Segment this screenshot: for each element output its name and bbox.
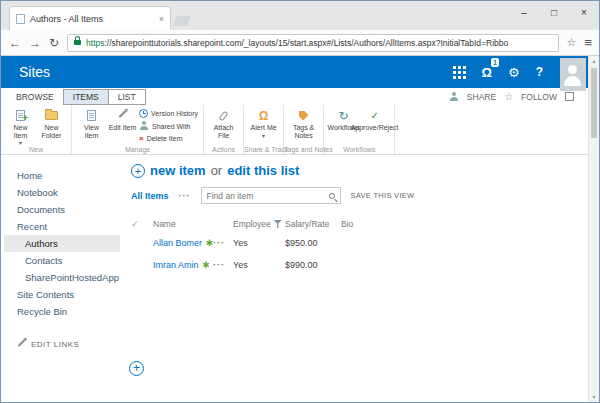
search-icon[interactable] (329, 193, 335, 199)
new-item-link[interactable]: new item (150, 163, 206, 178)
tab-list[interactable]: LIST (108, 89, 146, 105)
group-label-manage: Manage (72, 146, 203, 153)
version-history-button[interactable]: Version History (139, 109, 198, 118)
table-row[interactable]: Imran Amin ∗ ··· Yes $990.00 (131, 254, 588, 276)
app-launcher-icon[interactable] (453, 66, 466, 79)
sidebar-item-site-contents[interactable]: Site Contents (1, 286, 123, 303)
add-icon[interactable]: + (129, 361, 144, 376)
alert-me-label: Alert Me (251, 124, 277, 132)
address-bar: ← → ↻ https ://sharepointtutorials.share… (1, 30, 599, 56)
help-icon[interactable]: ? (536, 65, 543, 79)
save-this-view-link[interactable]: SAVE THIS VIEW (351, 191, 415, 200)
settings-gear-icon[interactable]: ⚙ (508, 65, 520, 80)
edit-item-label: Edit Item (109, 124, 137, 132)
scroll-down-icon[interactable]: ▼ (589, 392, 599, 402)
share-icon (449, 92, 459, 102)
column-header-employee[interactable]: Employee (233, 219, 285, 229)
new-folder-icon (45, 111, 58, 120)
scrollbar-thumb[interactable] (591, 68, 597, 138)
browser-menu-icon[interactable]: ≡ (584, 35, 591, 50)
column-header-bio[interactable]: Bio (341, 219, 371, 229)
favicon-icon (16, 14, 25, 24)
titlebar: Authors - All Items × – □ × (1, 1, 599, 30)
ribbon-right-actions: SHARE ☆ FOLLOW (449, 91, 574, 102)
lock-icon (74, 40, 81, 45)
quick-launch-nav: Home Notebook Documents Recent Authors C… (1, 155, 123, 402)
edit-this-list-link[interactable]: edit this list (227, 163, 299, 178)
new-item-icon: + (16, 110, 25, 121)
find-item-input[interactable] (207, 191, 325, 201)
sidebar-item-recent[interactable]: Recent (1, 218, 123, 235)
sidebar-item-home[interactable]: Home (1, 167, 123, 184)
new-badge-icon: ∗ (202, 260, 210, 270)
views-more-icon[interactable]: ··· (179, 191, 191, 201)
forward-icon[interactable]: → (29, 37, 41, 49)
sidebar-item-contacts[interactable]: Contacts (1, 252, 123, 269)
attach-file-button[interactable]: Attach File (209, 108, 238, 139)
notifications-bell-icon[interactable]: Ω 1 (482, 63, 492, 81)
group-label-share-track: Share & Track (244, 146, 283, 153)
column-header-salary[interactable]: Salary/Rate (285, 219, 341, 229)
new-folder-button[interactable]: New Folder (37, 108, 66, 139)
ribbon-group-new: + New Item ▾ New Folder New (1, 105, 72, 154)
new-item-button[interactable]: + New Item ▾ (6, 108, 35, 146)
item-link[interactable]: Allan Bomer (153, 238, 202, 248)
new-item-plus-icon[interactable]: + (131, 164, 145, 178)
user-avatar[interactable] (560, 58, 586, 91)
table-header: ✓ Name Employee Salary/Rate Bio (131, 216, 588, 232)
edit-item-button[interactable]: Edit Item (108, 108, 137, 132)
salary-cell: $990.00 (285, 260, 341, 270)
tags-notes-button[interactable]: Tags & Notes (289, 108, 318, 139)
approve-reject-button[interactable]: ✓ Approve/Reject (360, 108, 389, 132)
tags-notes-label: Tags & Notes (289, 124, 318, 139)
follow-button[interactable]: FOLLOW (521, 92, 557, 102)
sidebar-item-documents[interactable]: Documents (1, 201, 123, 218)
item-menu-icon[interactable]: ··· (213, 238, 233, 248)
version-history-label: Version History (151, 110, 198, 117)
focus-on-content-icon[interactable] (565, 92, 574, 101)
tab-title: Authors - All Items (30, 14, 155, 24)
ribbon-group-workflows: ↻ Workflows ✓ Approve/Reject Workflows (324, 105, 395, 154)
select-all-check-icon[interactable]: ✓ (131, 219, 153, 229)
item-link[interactable]: Imran Amin (153, 260, 199, 270)
sidebar-item-sharepointhostedapp[interactable]: SharePointHostedApp (1, 269, 123, 286)
vertical-scrollbar[interactable]: ▲ ▼ (588, 56, 599, 402)
group-label-new: New (1, 146, 71, 153)
new-tab-button[interactable] (173, 16, 191, 26)
tags-notes-icon (299, 111, 309, 121)
attach-file-label: Attach File (209, 124, 238, 139)
shared-with-icon (139, 121, 149, 131)
ribbon-toolbar: + New Item ▾ New Folder New View Item Ed… (1, 105, 588, 155)
sidebar-item-notebook[interactable]: Notebook (1, 184, 123, 201)
view-all-items-link[interactable]: All Items (131, 191, 169, 201)
minimize-button[interactable]: – (509, 1, 539, 23)
item-menu-icon[interactable]: ··· (213, 260, 233, 270)
shared-with-button[interactable]: Shared With (139, 121, 198, 131)
approve-reject-label: Approve/Reject (351, 124, 399, 132)
sidebar-item-recycle-bin[interactable]: Recycle Bin (1, 303, 123, 320)
tab-browse[interactable]: BROWSE (7, 90, 63, 104)
tab-items[interactable]: ITEMS (63, 89, 109, 105)
refresh-icon[interactable]: ↻ (49, 37, 59, 49)
maximize-button[interactable]: □ (539, 1, 569, 23)
view-item-button[interactable]: View Item (77, 108, 106, 139)
browser-tab[interactable]: Authors - All Items × (9, 6, 171, 30)
column-header-name[interactable]: Name (153, 219, 213, 229)
share-button[interactable]: SHARE (467, 92, 496, 102)
back-icon[interactable]: ← (9, 37, 21, 49)
close-button[interactable]: × (569, 1, 599, 23)
bookmark-star-icon[interactable]: ☆ (567, 36, 577, 49)
scroll-up-icon[interactable]: ▲ (589, 56, 599, 66)
ribbon-group-actions: Attach File Actions (204, 105, 244, 154)
delete-item-button[interactable]: × Delete Item (139, 134, 198, 143)
delete-item-icon: × (139, 134, 144, 143)
alert-me-button[interactable]: Ω Alert Me ▾ (249, 108, 278, 139)
sidebar-item-authors[interactable]: Authors (4, 235, 120, 252)
salary-cell: $950.00 (285, 238, 341, 248)
tab-close-icon[interactable]: × (159, 14, 164, 24)
group-label-actions: Actions (204, 146, 243, 153)
new-item-label: New Item (6, 124, 35, 139)
url-field[interactable]: https ://sharepointtutorials.sharepoint.… (67, 34, 558, 52)
edit-links-button[interactable]: EDIT LINKS (1, 340, 123, 349)
table-row[interactable]: Allan Bomer ∗ ··· Yes $950.00 (131, 232, 588, 254)
